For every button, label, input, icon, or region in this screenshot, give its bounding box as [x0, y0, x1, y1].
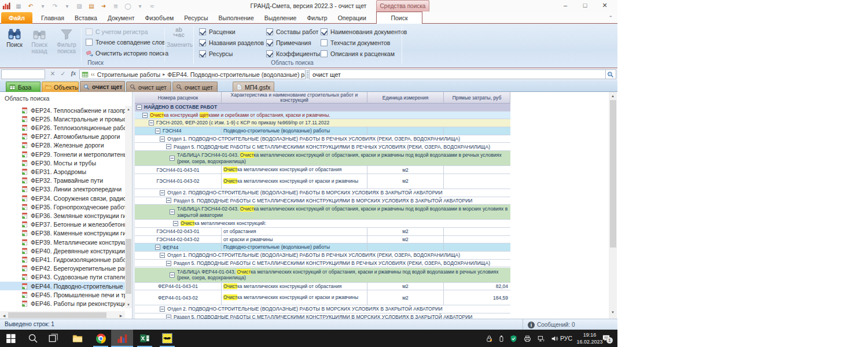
save-icon[interactable]: ▦ — [14, 1, 23, 10]
taskbar-chrome-button[interactable] — [95, 333, 106, 344]
clock[interactable]: 19:1616.02.2023 — [576, 331, 604, 345]
table-row[interactable]: Раздел 5. ПОДВОДНЫЕ РАБОТЫ С МЕТАЛЛИЧЕСК… — [135, 197, 510, 205]
maximize-button[interactable]: □ — [575, 0, 595, 11]
scope-option[interactable]: Ресурсы — [199, 50, 233, 57]
option-whole-words[interactable]: Точное совпадение слов — [86, 39, 165, 46]
accept-icon[interactable]: ✓ — [59, 70, 67, 77]
checkbox[interactable] — [199, 50, 206, 57]
tab-file[interactable]: Файл — [1, 12, 32, 24]
tab-документ[interactable]: Документ — [102, 12, 140, 24]
sidebar-item[interactable]: ФЕР26. Теплоизоляционные работы — [0, 123, 125, 132]
table-row[interactable]: Отдел 2. ПОДВОДНО-СТРОИТЕЛЬНЫЕ (ВОДОЛАЗН… — [135, 189, 510, 197]
table-vertical-scrollbar[interactable]: ▲▼ — [609, 92, 617, 319]
table-row[interactable]: ФЕР44-01-043-01Очистка металлических кон… — [135, 283, 510, 291]
tray-printer-icon[interactable] — [524, 335, 532, 342]
splitter-dots[interactable] — [307, 71, 308, 79]
breadcrumb[interactable]: ‹‹Строительные работы▸ФЕР44. Подводно-ст… — [79, 69, 306, 79]
checkbox[interactable] — [321, 50, 328, 57]
expand-icon[interactable] — [160, 307, 165, 312]
sidebar-item[interactable]: ФЕР32. Трамвайные пути — [0, 176, 125, 185]
option-match-case[interactable]: С учетом регистра — [86, 28, 148, 35]
notification-icon[interactable]: 1 — [602, 334, 610, 342]
customize-qat-icon[interactable]: ≂ — [148, 1, 157, 10]
sidebar-item[interactable]: ФЕР29. Тоннели и метрополитены — [0, 150, 125, 158]
checkbox[interactable] — [86, 39, 93, 46]
sidebar-item[interactable]: ФЕР40. Деревянные конструкции гидрс — [0, 246, 125, 255]
print-icon[interactable]: ▤ — [87, 1, 96, 10]
tray-speaker-icon[interactable] — [551, 335, 559, 342]
table-row[interactable]: ГЭСН44Подводно-строительные (водолазные)… — [135, 127, 510, 135]
option-clear-search-history[interactable]: Очистить историю поиска — [86, 49, 168, 57]
taskbar-excel-button[interactable] — [139, 333, 150, 344]
doc-tab-document[interactable]: МП4.gsfx✕ — [233, 82, 274, 92]
sidebar-item[interactable]: ФЕР38. Каменные конструкции гидроте — [0, 229, 125, 238]
close-tab-icon[interactable]: ✕ — [216, 84, 218, 90]
sidebar-item[interactable]: ФЕР34. Сооружения связи, радиовещан — [0, 194, 125, 202]
undo-icon[interactable]: ↶ — [26, 1, 35, 10]
search-input[interactable]: очист щет — [309, 69, 616, 79]
doc-tab-search-4[interactable]: очист щет✕ — [172, 82, 218, 92]
sidebar-item[interactable]: ФЕР44. Подводно-строительные (водол — [0, 282, 125, 290]
table-row[interactable]: ГЭСН44-01-043-01Очистка металлических ко… — [135, 166, 510, 174]
sidebar-item[interactable]: ФЕР39. Металлические конструкции ги — [0, 238, 125, 246]
table-row[interactable]: НАЙДЕНО В СОСТАВЕ РАБОТ — [135, 104, 510, 112]
function-icon[interactable]: fx — [69, 70, 78, 76]
sidebar-item[interactable]: ФЕР28. Железные дороги — [0, 141, 125, 150]
cancel-icon[interactable]: ✕ — [49, 70, 57, 77]
table-row[interactable]: Раздел 5. ПОДВОДНЫЕ РАБОТЫ С МЕТАЛЛИЧЕСК… — [135, 143, 510, 152]
expand-icon[interactable] — [166, 315, 171, 319]
sidebar-item[interactable]: ФЕР36. Земляные конструкции гидроте — [0, 211, 125, 220]
table-row[interactable]: ТАБЛИЦА ГЭСН44-01-043. Очистка металличе… — [135, 151, 510, 166]
taskbar-bat-app-button[interactable] — [161, 333, 173, 344]
expand-icon[interactable] — [166, 198, 171, 203]
ribbon-button-search[interactable]: Поиск — [3, 25, 25, 65]
sidebar-item[interactable]: ФЕР27. Автомобильные дороги — [0, 132, 125, 141]
tab-ресурсы[interactable]: Ресурсы — [179, 12, 213, 24]
sidebar-vscrollbar[interactable]: ▲▼ — [125, 106, 132, 308]
tab-выполнение[interactable]: Выполнение — [214, 12, 259, 24]
table-row[interactable]: Отдел 1. ПОДВОДНО-СТРОИТЕЛЬНЫЕ (ВОДОЛАЗН… — [135, 135, 510, 143]
expand-icon[interactable] — [142, 113, 148, 118]
expand-icon[interactable] — [155, 128, 160, 134]
sidebar-item[interactable]: ФЕР42. Берегоукрепительные работы — [0, 264, 125, 273]
sidebar-item[interactable]: ФЕР45. Промышленные печи и трубы — [0, 290, 125, 299]
breadcrumb-item[interactable]: Строительные работы — [97, 71, 160, 78]
checkbox[interactable] — [199, 28, 206, 35]
expand-icon[interactable] — [173, 221, 178, 226]
table-row[interactable]: ГЭСН44-01-043-02Очистка металлических ко… — [135, 174, 510, 189]
tab-фильтр[interactable]: Фильтр — [301, 12, 332, 24]
scope-option[interactable]: Названия разделов — [199, 39, 264, 46]
checkbox[interactable] — [266, 39, 273, 46]
table-row[interactable]: ФЕР44-01-043-02Очистка металлических кон… — [135, 290, 510, 305]
checkbox[interactable] — [86, 28, 93, 35]
expand-icon[interactable] — [170, 156, 175, 161]
sidebar-item[interactable]: ФЕР46. Работы при реконструкции зда — [0, 299, 125, 308]
ribbon-button-search-filter[interactable]: Фильтрпоиска — [53, 25, 80, 65]
sidebar-item[interactable]: ФЕР33. Линии электропередачи — [0, 185, 125, 194]
scope-option[interactable]: Наименования документов — [321, 28, 407, 35]
ribbon-button-search-back[interactable]: Поискназад — [27, 25, 52, 65]
expand-icon[interactable] — [160, 190, 165, 195]
tray-network-icon[interactable] — [538, 335, 546, 342]
expand-icon[interactable] — [170, 209, 175, 215]
expand-icon[interactable] — [166, 144, 171, 149]
scope-option[interactable]: Описания к расценкам — [321, 50, 395, 57]
tab-главная[interactable]: Главная — [36, 12, 69, 24]
sidebar-item[interactable]: ФЕР41. Гидроизоляционные работы в г — [0, 255, 125, 264]
tab-выделение[interactable]: Выделение — [259, 12, 302, 24]
taskbar-file-explorer-button[interactable] — [72, 333, 83, 344]
expand-icon[interactable] — [160, 136, 165, 142]
tray-lock-icon[interactable] — [486, 335, 494, 342]
table-row[interactable]: Очистка металлических конструкций: — [135, 220, 510, 228]
expand-icon[interactable] — [137, 105, 142, 110]
expand-icon[interactable] — [160, 253, 165, 258]
app-icon[interactable] — [2, 1, 11, 10]
scope-option[interactable]: Составы работ — [266, 28, 318, 35]
sidebar-item[interactable]: ФЕР24. Теплоснабжение и газопроводы — [0, 106, 125, 115]
sidebar-item[interactable]: ФЕР25. Магистральные и промысловые — [0, 115, 125, 123]
language-indicator[interactable]: РУС — [560, 335, 572, 342]
tab-физобъем[interactable]: Физобъем — [140, 12, 179, 24]
expand-icon[interactable] — [166, 261, 171, 266]
taskbar-search-button[interactable] — [27, 333, 39, 344]
doc-tab-search-3[interactable]: очист щет✕ — [126, 82, 171, 92]
